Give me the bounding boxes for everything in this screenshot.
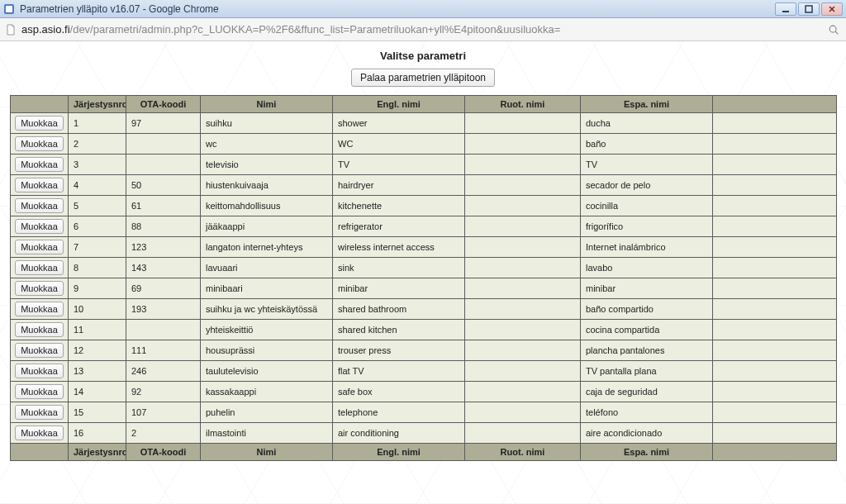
edit-button[interactable]: Muokkaa	[15, 281, 64, 296]
cell-jarjestysnro: 16	[69, 423, 126, 444]
cell-ota-koodi: 246	[126, 361, 201, 382]
table-row: Muokkaa197suihkushowerducha	[11, 113, 837, 134]
edit-button[interactable]: Muokkaa	[15, 198, 64, 213]
maximize-button[interactable]	[798, 2, 820, 16]
table-row: Muokkaa162ilmastointiair conditioningair…	[11, 423, 837, 444]
edit-button[interactable]: Muokkaa	[15, 136, 64, 151]
cell-action: Muokkaa	[11, 258, 69, 278]
svg-rect-2	[782, 11, 789, 12]
url-path: /dev/parametri/admin.php?c_LUOKKA=P%2F6&…	[70, 23, 561, 36]
cell-engl-nimi: WC	[333, 134, 465, 155]
table-row: Muokkaa969minibaariminibarminibar	[11, 278, 837, 299]
cell-ruot-nimi	[465, 155, 581, 175]
cell-last	[713, 299, 837, 320]
cell-ota-koodi: 88	[126, 216, 201, 237]
cell-last	[713, 134, 837, 155]
cell-nimi: langaton internet-yhteys	[201, 237, 333, 258]
edit-button[interactable]: Muokkaa	[15, 178, 64, 193]
cell-engl-nimi: refrigerator	[333, 216, 465, 237]
cell-action: Muokkaa	[11, 423, 69, 444]
cell-nimi: keittomahdollisuus	[201, 196, 333, 216]
edit-button[interactable]: Muokkaa	[15, 384, 64, 399]
cell-engl-nimi: trouser press	[333, 340, 465, 361]
edit-button[interactable]: Muokkaa	[15, 240, 64, 254]
cell-ota-koodi: 107	[126, 402, 201, 423]
cell-last	[713, 113, 837, 134]
cell-engl-nimi: wireless internet access	[333, 237, 465, 258]
svg-rect-3	[806, 6, 812, 12]
edit-button[interactable]: Muokkaa	[15, 322, 64, 337]
edit-button[interactable]: Muokkaa	[15, 260, 64, 275]
cell-engl-nimi: hairdryer	[333, 175, 465, 196]
search-icon[interactable]	[826, 22, 841, 37]
cell-ota-koodi	[126, 134, 201, 155]
cell-last	[713, 175, 837, 196]
cell-ruot-nimi	[465, 299, 581, 320]
edit-button[interactable]: Muokkaa	[15, 405, 64, 420]
cell-nimi: lavuaari	[201, 258, 333, 278]
window-titlebar: Parametrien ylläpito v16.07 - Google Chr…	[0, 0, 846, 18]
edit-button[interactable]: Muokkaa	[15, 157, 64, 172]
minimize-button[interactable]	[775, 2, 796, 16]
table-row: Muokkaa561keittomahdollisuuskitchenettec…	[11, 196, 837, 216]
fcol-engl-nimi: Engl. nimi	[333, 444, 465, 461]
cell-action: Muokkaa	[11, 361, 69, 382]
cell-action: Muokkaa	[11, 320, 69, 340]
svg-rect-1	[6, 6, 12, 12]
window-controls	[775, 2, 843, 16]
cell-espa-nimi: ducha	[581, 113, 713, 134]
cell-nimi: ilmastointi	[201, 423, 333, 444]
close-button[interactable]	[821, 2, 843, 16]
cell-last	[713, 155, 837, 175]
cell-nimi: kassakaappi	[201, 382, 333, 402]
cell-ruot-nimi	[465, 278, 581, 299]
cell-last	[713, 278, 837, 299]
url-display[interactable]: asp.asio.fi/dev/parametri/admin.php?c_LU…	[21, 23, 821, 36]
cell-espa-nimi: lavabo	[581, 258, 713, 278]
cell-espa-nimi: cocinilla	[581, 196, 713, 216]
col-espa-nimi: Espa. nimi	[581, 96, 713, 113]
cell-ota-koodi: 2	[126, 423, 201, 444]
cell-ota-koodi: 92	[126, 382, 201, 402]
edit-button[interactable]: Muokkaa	[15, 219, 64, 234]
edit-button[interactable]: Muokkaa	[15, 426, 64, 440]
edit-button[interactable]: Muokkaa	[15, 302, 64, 316]
cell-engl-nimi: safe box	[333, 382, 465, 402]
col-ota-koodi: OTA-koodi	[126, 96, 201, 113]
cell-ota-koodi: 61	[126, 196, 201, 216]
cell-jarjestysnro: 4	[69, 175, 126, 196]
cell-ota-koodi: 143	[126, 258, 201, 278]
fcol-espa-nimi: Espa. nimi	[581, 444, 713, 461]
cell-action: Muokkaa	[11, 175, 69, 196]
fcol-ruot-nimi: Ruot. nimi	[465, 444, 581, 461]
cell-last	[713, 216, 837, 237]
cell-ota-koodi: 193	[126, 299, 201, 320]
table-row: Muokkaa2wcWCbaño	[11, 134, 837, 155]
cell-espa-nimi: cocina compartida	[581, 320, 713, 340]
cell-espa-nimi: plancha pantalones	[581, 340, 713, 361]
cell-engl-nimi: TV	[333, 155, 465, 175]
fcol-ota-koodi: OTA-koodi	[126, 444, 201, 461]
edit-button[interactable]: Muokkaa	[15, 364, 64, 378]
cell-action: Muokkaa	[11, 402, 69, 423]
cell-espa-nimi: TV	[581, 155, 713, 175]
page-viewport[interactable]: Valitse parametri Palaa parametrien yllä…	[0, 41, 846, 504]
cell-last	[713, 423, 837, 444]
fcol-jarjestysnro: Järjestysnro	[69, 444, 126, 461]
col-jarjestysnro: Järjestysnro	[69, 96, 126, 113]
table-row: Muokkaa3televisioTVTV	[11, 155, 837, 175]
cell-jarjestysnro: 14	[69, 382, 126, 402]
cell-nimi: minibaari	[201, 278, 333, 299]
cell-ruot-nimi	[465, 361, 581, 382]
address-bar: asp.asio.fi/dev/parametri/admin.php?c_LU…	[0, 18, 846, 41]
cell-ruot-nimi	[465, 402, 581, 423]
back-button[interactable]: Palaa parametrien ylläpitoon	[351, 69, 495, 87]
cell-jarjestysnro: 12	[69, 340, 126, 361]
cell-last	[713, 340, 837, 361]
edit-button[interactable]: Muokkaa	[15, 343, 64, 358]
edit-button[interactable]: Muokkaa	[15, 116, 64, 131]
cell-ruot-nimi	[465, 320, 581, 340]
cell-jarjestysnro: 13	[69, 361, 126, 382]
cell-last	[713, 382, 837, 402]
cell-action: Muokkaa	[11, 382, 69, 402]
